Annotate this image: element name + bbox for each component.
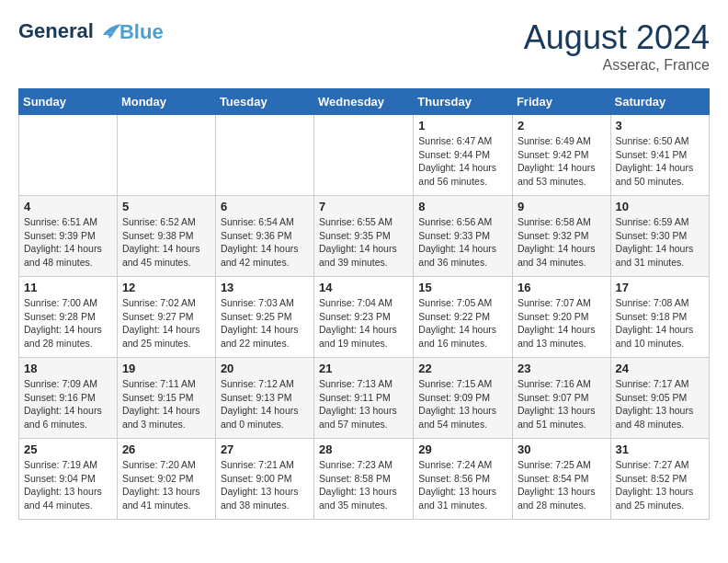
day-detail-line: Daylight: 13 hours bbox=[418, 486, 496, 497]
day-detail-line: Daylight: 14 hours bbox=[122, 324, 200, 335]
day-detail: Sunrise: 7:07 AMSunset: 9:20 PMDaylight:… bbox=[518, 296, 606, 350]
day-detail-line: Sunrise: 6:56 AM bbox=[418, 216, 492, 227]
day-detail: Sunrise: 7:24 AMSunset: 8:56 PMDaylight:… bbox=[418, 458, 507, 512]
day-detail-line: and 6 minutes. bbox=[24, 419, 87, 430]
day-detail: Sunrise: 6:58 AMSunset: 9:32 PMDaylight:… bbox=[518, 215, 606, 270]
day-headers-row: SundayMondayTuesdayWednesdayThursdayFrid… bbox=[19, 89, 710, 115]
day-detail-line: Sunset: 9:07 PM bbox=[518, 392, 589, 403]
day-number: 13 bbox=[221, 281, 309, 294]
day-number: 29 bbox=[418, 442, 507, 456]
day-detail-line: Sunrise: 7:05 AM bbox=[418, 297, 492, 308]
day-detail-line: Sunrise: 6:51 AM bbox=[24, 216, 97, 227]
day-detail: Sunrise: 7:17 AMSunset: 9:05 PMDaylight:… bbox=[616, 377, 704, 431]
calendar-cell: 10Sunrise: 6:59 AMSunset: 9:30 PMDayligh… bbox=[610, 196, 709, 277]
day-detail-line: Sunset: 8:58 PM bbox=[319, 473, 391, 484]
day-number: 1 bbox=[418, 119, 507, 132]
location-subtitle: Asserac, France bbox=[524, 57, 710, 74]
day-detail-line: Sunset: 9:05 PM bbox=[616, 392, 688, 403]
day-number: 2 bbox=[518, 119, 606, 132]
day-detail: Sunrise: 7:20 AMSunset: 9:02 PMDaylight:… bbox=[122, 458, 210, 512]
day-detail-line: Sunset: 9:33 PM bbox=[418, 230, 490, 241]
calendar-cell: 22Sunrise: 7:15 AMSunset: 9:09 PMDayligh… bbox=[414, 358, 513, 439]
day-detail-line: Daylight: 14 hours bbox=[616, 162, 694, 173]
day-detail-line: and 44 minutes. bbox=[24, 500, 93, 511]
month-year-title: August 2024 bbox=[524, 18, 710, 57]
day-detail-line: Daylight: 13 hours bbox=[418, 405, 496, 416]
col-header-monday: Monday bbox=[117, 89, 215, 115]
day-detail-line: Sunset: 9:23 PM bbox=[319, 311, 391, 322]
day-detail-line: Sunset: 9:25 PM bbox=[221, 311, 292, 322]
day-detail: Sunrise: 6:50 AMSunset: 9:41 PMDaylight:… bbox=[616, 134, 704, 189]
day-detail: Sunrise: 7:08 AMSunset: 9:18 PMDaylight:… bbox=[616, 296, 704, 350]
day-detail-line: and 45 minutes. bbox=[122, 257, 191, 268]
day-detail-line: Daylight: 14 hours bbox=[221, 243, 299, 254]
day-detail: Sunrise: 7:03 AMSunset: 9:25 PMDaylight:… bbox=[221, 296, 309, 350]
day-detail: Sunrise: 6:51 AMSunset: 9:39 PMDaylight:… bbox=[24, 215, 112, 270]
col-header-tuesday: Tuesday bbox=[215, 89, 313, 115]
calendar-cell: 26Sunrise: 7:20 AMSunset: 9:02 PMDayligh… bbox=[117, 439, 215, 520]
day-detail-line: Sunset: 9:38 PM bbox=[122, 230, 194, 241]
day-number: 26 bbox=[122, 442, 210, 456]
calendar-cell: 25Sunrise: 7:19 AMSunset: 9:04 PMDayligh… bbox=[19, 439, 118, 520]
day-number: 8 bbox=[418, 200, 507, 213]
day-detail-line: Daylight: 14 hours bbox=[418, 243, 496, 254]
day-detail: Sunrise: 6:54 AMSunset: 9:36 PMDaylight:… bbox=[221, 215, 309, 270]
day-detail-line: Sunset: 9:32 PM bbox=[518, 230, 589, 241]
day-detail: Sunrise: 7:19 AMSunset: 9:04 PMDaylight:… bbox=[24, 458, 112, 512]
day-detail-line: and 16 minutes. bbox=[418, 338, 487, 349]
day-number: 18 bbox=[24, 362, 112, 375]
day-number: 31 bbox=[616, 442, 704, 456]
day-number: 14 bbox=[319, 281, 408, 294]
week-row-5: 25Sunrise: 7:19 AMSunset: 9:04 PMDayligh… bbox=[19, 439, 710, 520]
day-detail-line: Daylight: 14 hours bbox=[518, 324, 596, 335]
day-detail-line: and 50 minutes. bbox=[616, 176, 685, 187]
day-detail-line: Sunset: 9:09 PM bbox=[418, 392, 490, 403]
day-detail-line: Sunset: 9:02 PM bbox=[122, 473, 194, 484]
day-detail-line: Sunrise: 6:55 AM bbox=[319, 216, 392, 227]
day-detail-line: Daylight: 14 hours bbox=[24, 405, 102, 416]
day-detail-line: and 31 minutes. bbox=[418, 500, 487, 511]
day-detail-line: Daylight: 14 hours bbox=[418, 324, 496, 335]
day-number: 23 bbox=[518, 362, 606, 375]
day-detail-line: Sunset: 9:44 PM bbox=[418, 149, 490, 160]
day-detail: Sunrise: 7:21 AMSunset: 9:00 PMDaylight:… bbox=[221, 458, 309, 512]
page-header: General Blue August 2024 Asserac, France bbox=[18, 18, 710, 74]
day-detail-line: Sunrise: 7:04 AM bbox=[319, 297, 392, 308]
day-detail-line: Sunrise: 7:11 AM bbox=[122, 378, 196, 389]
day-detail-line: Daylight: 14 hours bbox=[24, 243, 102, 254]
day-detail-line: Daylight: 13 hours bbox=[616, 405, 694, 416]
day-detail-line: and 13 minutes. bbox=[518, 338, 586, 349]
day-detail-line: Sunrise: 7:13 AM bbox=[319, 378, 392, 389]
calendar-cell bbox=[19, 115, 118, 196]
calendar-cell: 11Sunrise: 7:00 AMSunset: 9:28 PMDayligh… bbox=[19, 277, 118, 358]
day-detail-line: and 31 minutes. bbox=[616, 257, 685, 268]
calendar-cell bbox=[117, 115, 215, 196]
day-detail-line: and 48 minutes. bbox=[616, 419, 685, 430]
day-number: 22 bbox=[418, 362, 507, 375]
calendar-cell: 3Sunrise: 6:50 AMSunset: 9:41 PMDaylight… bbox=[610, 115, 709, 196]
day-detail-line: and 3 minutes. bbox=[122, 419, 186, 430]
day-detail-line: Sunrise: 7:21 AM bbox=[221, 459, 294, 470]
day-detail-line: and 0 minutes. bbox=[221, 419, 284, 430]
day-detail-line: Sunrise: 7:19 AM bbox=[24, 459, 97, 470]
calendar-cell bbox=[215, 115, 313, 196]
day-detail: Sunrise: 7:15 AMSunset: 9:09 PMDaylight:… bbox=[418, 377, 507, 431]
day-detail-line: Sunset: 8:52 PM bbox=[616, 473, 688, 484]
calendar-cell: 7Sunrise: 6:55 AMSunset: 9:35 PMDaylight… bbox=[314, 196, 414, 277]
day-detail-line: and 34 minutes. bbox=[518, 257, 586, 268]
calendar-cell: 23Sunrise: 7:16 AMSunset: 9:07 PMDayligh… bbox=[512, 358, 610, 439]
day-number: 16 bbox=[518, 281, 606, 294]
day-number: 11 bbox=[24, 281, 112, 294]
calendar-cell: 5Sunrise: 6:52 AMSunset: 9:38 PMDaylight… bbox=[117, 196, 215, 277]
day-number: 3 bbox=[616, 119, 704, 132]
day-detail-line: Sunset: 9:04 PM bbox=[24, 473, 96, 484]
day-detail-line: Sunset: 9:18 PM bbox=[616, 311, 688, 322]
col-header-saturday: Saturday bbox=[610, 89, 709, 115]
day-detail-line: and 22 minutes. bbox=[221, 338, 290, 349]
title-block: August 2024 Asserac, France bbox=[524, 18, 710, 74]
day-detail-line: and 41 minutes. bbox=[122, 500, 191, 511]
day-number: 9 bbox=[518, 200, 606, 213]
day-detail-line: Daylight: 14 hours bbox=[616, 324, 694, 335]
day-number: 7 bbox=[319, 200, 408, 213]
day-detail-line: and 54 minutes. bbox=[418, 419, 487, 430]
